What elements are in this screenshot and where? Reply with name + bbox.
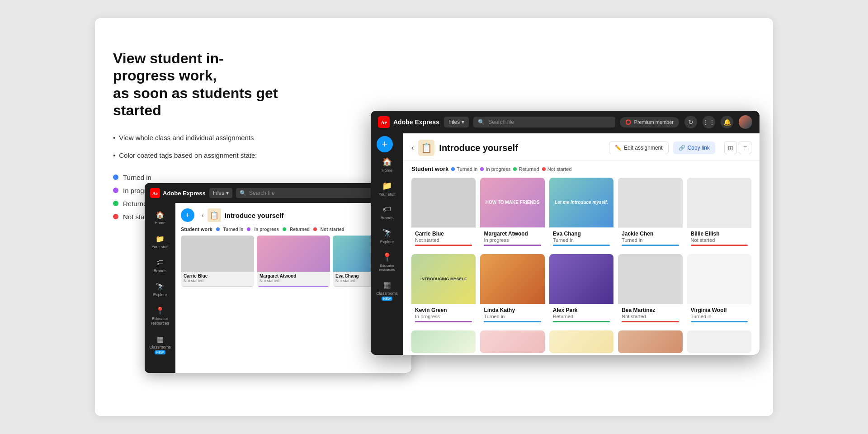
dot-returned	[513, 167, 517, 171]
linda-status-bar	[484, 321, 541, 322]
linda-thumb	[480, 254, 544, 304]
eva-status-bar	[553, 245, 610, 246]
sidebar-main-home[interactable]: 🏠 Home	[373, 153, 401, 176]
ae-body-main: + 🏠 Home 📁 Your stuff 🏷 Brands 🔭 Explore	[371, 133, 760, 355]
refresh-btn[interactable]: ↻	[684, 116, 697, 128]
alex-status: Returned	[553, 314, 610, 319]
sidebar-main-yourstuff[interactable]: 📁 Your stuff	[373, 177, 401, 200]
explore-icon-bg: 🔭	[156, 282, 165, 291]
eva-info: Eva Chang Turned in	[549, 227, 613, 250]
eva-status: Turned in	[553, 237, 610, 243]
student-card-bea[interactable]: Bea Martinez Not started	[618, 254, 682, 326]
student-card-row3-1[interactable]	[411, 330, 476, 353]
returned-text: Returned	[519, 166, 539, 172]
sidebar-main-brands[interactable]: 🏷 Brands	[373, 201, 401, 224]
ae-search-main[interactable]: 🔍 Search file	[473, 117, 615, 127]
student-card-row3-4[interactable]	[618, 330, 682, 353]
bell-btn[interactable]: 🔔	[721, 116, 733, 128]
margaret-name: Margaret Atwood	[484, 231, 541, 237]
sidebar-main-explore[interactable]: 🔭 Explore	[373, 225, 401, 248]
status-in-progress: In progress	[480, 166, 510, 172]
student-card-kevin[interactable]: INTRODUCING MYSELF Kevin Green In progre…	[411, 254, 476, 326]
billie-status-bar	[691, 245, 748, 246]
carrie-status-bar	[415, 245, 472, 246]
billie-info: Billie Eilish Not started	[687, 227, 751, 250]
edit-icon: ✏️	[615, 145, 622, 151]
plus-btn-main[interactable]: +	[377, 136, 393, 152]
kevin-status: In progress	[415, 314, 472, 319]
row3-thumb-3	[549, 330, 613, 353]
back-btn-bg[interactable]: ‹	[202, 212, 204, 219]
ae-logo-bg: Ae Adobe Express	[150, 188, 206, 198]
student-card-margaret[interactable]: HOW TO MAKE FRIENDS Margaret Atwood In p…	[480, 178, 544, 250]
assignment-title-bg: Introduce yourself	[225, 212, 284, 219]
student-card-billie[interactable]: Billie Eilish Not started	[687, 178, 751, 250]
student-card-carrie[interactable]: Carrie Blue Not started	[411, 178, 476, 250]
sidebar-bg-yourstuff[interactable]: 📁 Your stuff	[146, 231, 174, 253]
student-card-row3-3[interactable]	[549, 330, 613, 353]
edit-assignment-btn[interactable]: ✏️ Edit assignment	[609, 142, 668, 154]
sidebar-bg-classrooms[interactable]: ▦ Classrooms NEW	[146, 331, 174, 358]
folder-icon-main: 📁	[382, 181, 392, 191]
carrie-info: Carrie Blue Not started	[411, 227, 476, 250]
new-badge-main: NEW	[382, 297, 392, 301]
students-grid-row3	[411, 330, 751, 353]
carrie-status: Not started	[415, 237, 472, 243]
user-avatar[interactable]	[739, 115, 752, 129]
sidebar-bg-home[interactable]: 🏠 Home	[146, 207, 174, 229]
linda-name: Linda Kathy	[484, 307, 541, 313]
margaret-thumb: HOW TO MAKE FRIENDS	[480, 178, 544, 227]
billie-name: Billie Eilish	[691, 231, 748, 237]
students-grid-row2: INTRODUCING MYSELF Kevin Green In progre…	[411, 254, 751, 326]
student-card-margaret-bg[interactable]: Margaret Atwood Not started	[257, 236, 330, 287]
kevin-deco: INTRODUCING MYSELF	[411, 254, 476, 304]
grid-view-btn[interactable]: ⊞	[724, 142, 737, 154]
student-card-jackie[interactable]: Jackie Chen Turned in	[618, 178, 682, 250]
jackie-thumb	[618, 178, 682, 227]
plus-btn-bg[interactable]: +	[181, 208, 194, 222]
premium-btn[interactable]: ⭕ Premium member	[620, 117, 679, 127]
apps-btn[interactable]: ⋮⋮	[703, 116, 715, 128]
ae-sidebar-bg: 🏠 Home 📁 Your stuff 🏷 Brands 🔭 Explore 📍	[145, 203, 175, 373]
back-btn-main[interactable]: ‹	[411, 144, 414, 152]
sidebar-main-educator[interactable]: 📍 Educator resources	[373, 249, 401, 275]
margaret-info-bg: Margaret Atwood Not started	[257, 272, 330, 287]
ae-logo-icon-bg: Ae	[150, 188, 160, 198]
bullet-list: View whole class and individual assignme…	[113, 133, 285, 160]
student-card-alex[interactable]: Alex Park Returned	[549, 254, 613, 326]
dot-not-started-bg	[313, 227, 317, 231]
dot-turned-in-bg	[216, 227, 220, 231]
brands-icon-bg: 🏷	[156, 258, 165, 267]
student-card-row3-2[interactable]	[480, 330, 544, 353]
sidebar-bg-explore[interactable]: 🔭 Explore	[146, 278, 174, 301]
alex-thumb	[549, 254, 613, 304]
bea-info: Bea Martinez Not started	[618, 304, 682, 326]
new-badge-bg: NEW	[155, 350, 165, 354]
carrie-thumb	[411, 178, 476, 227]
student-work-label: Student work	[411, 165, 448, 172]
main-heading: View student in-progress work, as soon a…	[113, 50, 285, 119]
carrie-info-bg: Carrie Blue Not started	[181, 272, 254, 287]
sidebar-bg-educator[interactable]: 📍 Educator resources	[146, 302, 174, 329]
premium-icon: ⭕	[625, 119, 632, 125]
jackie-status: Turned in	[622, 237, 679, 243]
turned-in-text: Turned in	[457, 166, 477, 172]
student-card-carrie-bg[interactable]: Carrie Blue Not started	[181, 236, 254, 287]
sidebar-bg-brands[interactable]: 🏷 Brands	[146, 255, 174, 277]
student-card-linda[interactable]: Linda Kathy Turned in	[480, 254, 544, 326]
margaret-status-bar	[484, 245, 541, 246]
list-view-btn[interactable]: ≡	[739, 142, 751, 154]
copy-link-btn[interactable]: 🔗 Copy link	[673, 142, 715, 154]
eva-thumb: Let me Introduce myself.	[549, 178, 613, 227]
ae-files-dropdown-main[interactable]: Files ▾	[444, 117, 469, 127]
status-returned: Returned	[513, 166, 539, 172]
student-card-virginia[interactable]: Virginia Woolf Turned in	[687, 254, 751, 326]
ae-files-dropdown-bg[interactable]: Files ▾	[209, 188, 232, 198]
in-progress-dot	[113, 188, 118, 193]
student-card-row3-5[interactable]	[687, 330, 751, 353]
student-card-eva[interactable]: Let me Introduce myself. Eva Chang Turne…	[549, 178, 613, 250]
educator-icon-main: 📍	[382, 252, 392, 262]
kevin-thumb: INTRODUCING MYSELF	[411, 254, 476, 304]
sidebar-main-classrooms[interactable]: ▦ Classrooms NEW	[373, 276, 401, 304]
svg-text:Ae: Ae	[152, 191, 158, 196]
